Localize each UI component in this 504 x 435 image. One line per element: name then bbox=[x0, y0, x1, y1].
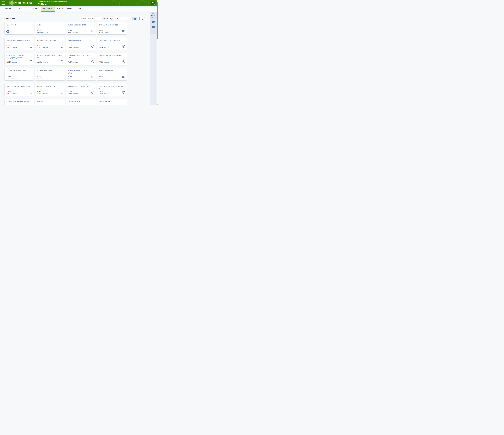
dockstore-link[interactable]: Dockstore bbox=[104, 47, 109, 48]
tab-workflows[interactable]: WORKFLOWS bbox=[41, 6, 55, 12]
scrollbar-down-arrow-icon[interactable] bbox=[157, 104, 158, 105]
dockstore-link[interactable]: Dockstore bbox=[11, 62, 17, 63]
add-workflow-plus-icon[interactable] bbox=[6, 30, 9, 33]
dockstore-link[interactable]: Dockstore bbox=[42, 47, 48, 48]
workflow-title-link[interactable]: CAMRA-AMR-AMRFINDER bbox=[99, 24, 125, 26]
scrollbar-thumb[interactable] bbox=[157, 2, 158, 39]
workflow-card-kebab-icon[interactable] bbox=[91, 76, 94, 78]
workflow-title-link[interactable]: CAMRA-MAKE_ORGANISM bbox=[7, 70, 32, 72]
workflow-card: CAMRA_PANGENOME_NOBLAST_WF V. main Sourc… bbox=[97, 83, 127, 96]
workflow-title-link[interactable]: CAMRA-AMR_Detection-WDL bbox=[99, 39, 125, 41]
workflow-version: V. main bbox=[37, 30, 48, 31]
workflow-card: CAMRA_PANGENOME_WF_WDL V. main Source: D… bbox=[5, 99, 34, 105]
dockstore-link[interactable]: Dockstore bbox=[73, 93, 79, 94]
app-header: Terra WORKSPACES Workspaces›acegid-bioin… bbox=[0, 0, 158, 6]
workflow-card-kebab-icon[interactable] bbox=[30, 76, 32, 78]
workflow-card-kebab-icon[interactable] bbox=[91, 91, 94, 94]
workflow-title-link[interactable]: CAMRA-AMR-RESFINDER bbox=[37, 39, 63, 41]
workflow-card-kebab-icon[interactable] bbox=[30, 45, 32, 48]
find-a-workflow-title[interactable]: Find a Workflow bbox=[7, 24, 32, 26]
workflow-title-link[interactable]: CAMRA-Genome_Assembly-WDL bbox=[99, 54, 125, 57]
sort-select[interactable]: Alphabetical bbox=[109, 17, 130, 20]
workflow-card-kebab-icon[interactable] bbox=[30, 60, 32, 63]
workflow-card: CAMRA-AMR-ABRICATE V. main Source: Docks… bbox=[66, 22, 96, 35]
dockstore-link[interactable]: Dockstore bbox=[73, 31, 79, 33]
grid-view-button[interactable] bbox=[132, 17, 137, 20]
workflow-title-link[interactable]: CAMRA_PANGENOME_NOBLAST_WF bbox=[99, 85, 125, 89]
notifications-button[interactable]: 1 bbox=[151, 0, 155, 6]
workflow-title-link[interactable]: CAMRA-AMR-HARMONIZATION bbox=[7, 39, 32, 41]
breadcrumb-workspaces-link[interactable]: Workspaces bbox=[38, 1, 45, 2]
menu-hamburger-icon[interactable] bbox=[2, 1, 5, 5]
workflow-card-kebab-icon[interactable] bbox=[61, 60, 63, 63]
workflow-title-link[interactable]: CAMRA-MOB-SUITE bbox=[37, 70, 63, 72]
cloud-environment-button[interactable] bbox=[152, 20, 155, 23]
dockstore-link[interactable]: Dockstore bbox=[73, 62, 79, 63]
dockstore-link[interactable]: Dockstore bbox=[42, 31, 48, 33]
breadcrumb-separator: › bbox=[68, 1, 68, 2]
workflow-card-kebab-icon[interactable] bbox=[91, 45, 94, 48]
workflow-title-link[interactable]: demux_deplete bbox=[99, 100, 125, 103]
workflow-card-kebab-icon[interactable] bbox=[91, 60, 94, 63]
workflow-card: CheckM V. main Source: Dockstore bbox=[35, 99, 65, 105]
workflow-card-kebab-icon[interactable] bbox=[61, 76, 63, 78]
workflow-title-link[interactable]: CAMRA_MAKEFILE_WF_WDL bbox=[68, 85, 94, 87]
workflow-title-link[interactable]: CAMRA-Assembly_Quality_Control-WDL bbox=[37, 54, 63, 59]
workflow-card-kebab-icon[interactable] bbox=[122, 91, 125, 94]
tab-dashboard[interactable]: DASHBOARD bbox=[0, 6, 14, 12]
dockstore-link[interactable]: Dockstore bbox=[104, 93, 109, 94]
dockstore-link[interactable]: Dockstore bbox=[73, 47, 79, 48]
tab-analyses[interactable]: ANALYSES bbox=[27, 6, 41, 12]
workflow-title-link[interactable]: CAMRA-PANBLAST bbox=[99, 70, 125, 72]
tab-data[interactable]: DATA bbox=[14, 6, 27, 12]
workflow-card-kebab-icon[interactable] bbox=[122, 45, 125, 48]
dockstore-link[interactable]: Dockstore bbox=[104, 31, 109, 33]
workspace-files-button[interactable] bbox=[152, 26, 155, 28]
workflow-card: CAMRA_GETGB_WF_WDL V. main Source: Docks… bbox=[35, 83, 65, 96]
workflow-source-label: Source: bbox=[68, 77, 73, 79]
breadcrumb-workspace-link[interactable]: acegid-bioinformatics-terra/CAMRA bbox=[46, 1, 67, 2]
dockstore-link[interactable]: Dockstore bbox=[73, 77, 79, 79]
workflow-card: CAMRA-AMR_Detection-WDL V. main Source: … bbox=[97, 37, 127, 50]
workflow-card-kebab-icon[interactable] bbox=[61, 91, 63, 94]
workflow-title-link[interactable]: CAMRA-CAMRA-BV-BRC-AMR-WDL bbox=[68, 54, 94, 59]
tab-submission-history[interactable]: SUBMISSION HISTORY bbox=[55, 6, 74, 12]
dockstore-link[interactable]: Dockstore bbox=[104, 62, 109, 63]
workspace-menu-kebab-icon[interactable] bbox=[151, 8, 153, 10]
workflow-card-kebab-icon[interactable] bbox=[122, 76, 125, 78]
workflow-title-link[interactable]: CAMRA_AMR_WF_NIGERIA_WDL bbox=[7, 85, 32, 87]
search-input[interactable] bbox=[80, 17, 101, 20]
workflow-title-link[interactable]: CAMRA-NIGERIA_AMR_Detection-WDL bbox=[68, 70, 94, 74]
workflow-card-kebab-icon[interactable] bbox=[30, 91, 32, 94]
workflow-version: V. main bbox=[7, 76, 17, 77]
scrollbar-up-arrow-icon[interactable] bbox=[157, 0, 158, 1]
workflow-version: V. main bbox=[68, 30, 79, 31]
dockstore-link[interactable]: Dockstore bbox=[11, 93, 17, 94]
dockstore-link[interactable]: Dockstore bbox=[42, 62, 48, 63]
workflow-title-link[interactable]: C-BIRDv2 bbox=[37, 24, 63, 26]
workflow-title-link[interactable]: Core_Gene_SNP bbox=[68, 100, 94, 103]
workflow-title-link[interactable]: CAMRA-AMR_Detection-WDL_nigerian_isolate… bbox=[7, 54, 32, 59]
dockstore-link[interactable]: Dockstore bbox=[104, 77, 109, 79]
find-a-workflow-card[interactable]: Find a Workflow bbox=[5, 22, 34, 35]
dockstore-link[interactable]: Dockstore bbox=[11, 47, 17, 48]
list-view-button[interactable] bbox=[139, 17, 145, 20]
terra-logo-text: Terra bbox=[9, 2, 14, 4]
dockstore-link[interactable]: Dockstore bbox=[42, 77, 48, 79]
workflow-title-link[interactable]: CAMRA_GETGB_WF_WDL bbox=[37, 85, 63, 87]
workflow-title-link[interactable]: CAMRA-AMR-ABRICATE bbox=[68, 24, 94, 26]
workflow-card-kebab-icon[interactable] bbox=[122, 60, 125, 63]
workflow-card-kebab-icon[interactable] bbox=[91, 30, 94, 32]
workflow-title-link[interactable]: CheckM bbox=[37, 100, 63, 103]
dockstore-link[interactable]: Dockstore bbox=[11, 77, 17, 79]
workflow-card-kebab-icon[interactable] bbox=[122, 30, 125, 32]
workflow-version: V. main bbox=[37, 91, 48, 93]
terra-logo[interactable]: Terra bbox=[9, 0, 14, 6]
workflow-card-kebab-icon[interactable] bbox=[61, 30, 63, 32]
page-title: Workflows bbox=[38, 3, 69, 5]
workflow-title-link[interactable]: CAMRA_PANGENOME_WF_WDL bbox=[7, 100, 32, 103]
workflow-title-link[interactable]: CAMRA-AMR-RGI bbox=[68, 39, 94, 41]
workflow-card-kebab-icon[interactable] bbox=[61, 45, 63, 48]
tab-settings[interactable]: SETTINGS bbox=[74, 6, 88, 12]
dockstore-link[interactable]: Dockstore bbox=[42, 93, 48, 94]
